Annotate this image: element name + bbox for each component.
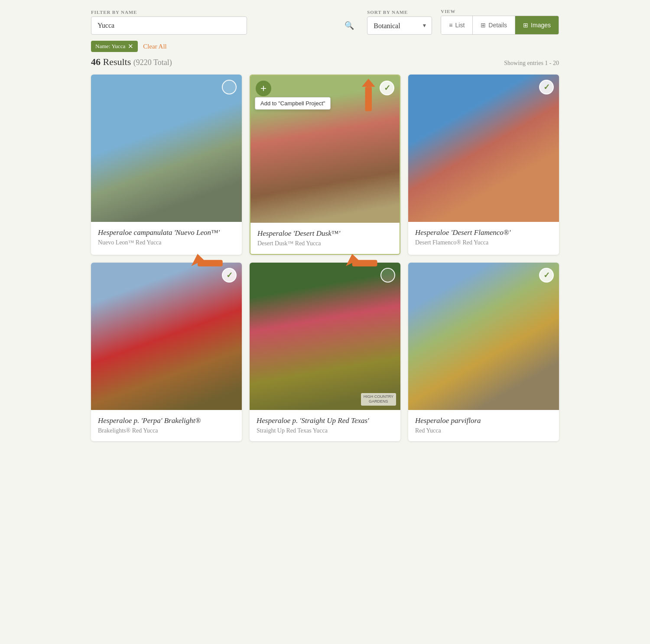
results-info-row: 46 Results (9220 Total) Showing entries … — [91, 56, 559, 68]
clear-all-button[interactable]: Clear All — [143, 43, 167, 50]
results-showing: Showing entries 1 - 20 — [504, 60, 559, 67]
plant-name-6: Hesperaloe parviflora — [415, 416, 552, 426]
plant-grid: Hesperaloe campanulata 'Nuevo Leon™' Nue… — [91, 75, 559, 441]
plant-select-toggle-1[interactable] — [222, 80, 237, 94]
view-list-button[interactable]: ≡ List — [441, 16, 473, 34]
add-to-project-button-2[interactable]: + — [256, 81, 271, 96]
view-buttons: ≡ List ⊞ Details ⊞ Images — [441, 16, 559, 35]
results-total: (9220 Total) — [133, 58, 172, 67]
plant-card-3: Hesperaloe 'Desert Flamenco®' Desert Fla… — [408, 75, 559, 255]
plant-image-placeholder-3 — [408, 75, 559, 222]
view-images-button[interactable]: ⊞ Images — [515, 16, 559, 34]
plant-card-image-4 — [91, 263, 242, 410]
plant-card-image-2: + Add to "Campbell Project" — [250, 75, 400, 223]
plant-name-1: Hesperaloe campanulata 'Nuevo Leon™' — [98, 228, 235, 237]
plant-card-image-1 — [91, 75, 242, 222]
filter-label: FILTER BY NAME — [91, 10, 358, 15]
plant-common-4: Brakelights® Red Yucca — [98, 427, 235, 434]
list-label: List — [455, 22, 465, 29]
sort-group: SORT BY NAME Botanical Common ▼ — [367, 10, 432, 35]
filter-tag-label: Name: Yucca — [95, 43, 125, 50]
filter-tag-remove-button[interactable]: ✕ — [128, 43, 133, 50]
plant-name-5: Hesperaloe p. 'Straight Up Red Texas' — [257, 416, 393, 426]
details-icon: ⊞ — [481, 22, 486, 29]
sort-select-wrap: Botanical Common ▼ — [367, 16, 432, 35]
plant-select-toggle-6[interactable] — [539, 268, 554, 283]
plant-common-5: Straight Up Red Texas Yucca — [257, 427, 393, 434]
plant-card-6: Hesperaloe parviflora Red Yucca — [408, 263, 559, 441]
plant-card-image-6 — [408, 263, 559, 410]
plant-card-4: Hesperaloe p. 'Perpa' Brakelight® Brakel… — [91, 263, 242, 441]
view-details-button[interactable]: ⊞ Details — [473, 16, 515, 34]
view-group: VIEW ≡ List ⊞ Details ⊞ Images — [441, 9, 559, 35]
plant-card-body-2: Hesperaloe 'Desert Dusk™' Desert Dusk™ R… — [250, 223, 400, 254]
plant-image-placeholder-1 — [91, 75, 242, 222]
plant-common-3: Desert Flamenco® Red Yucca — [415, 239, 552, 246]
images-label: Images — [531, 22, 551, 29]
search-button[interactable]: 🔍 — [344, 21, 354, 30]
plant-card-body-1: Hesperaloe campanulata 'Nuevo Leon™' Nue… — [91, 222, 242, 253]
filter-input-wrap: 🔍 — [91, 16, 358, 35]
sort-select[interactable]: Botanical Common — [367, 16, 432, 35]
plant-common-1: Nuevo Leon™ Red Yucca — [98, 239, 235, 246]
plant-card-body-3: Hesperaloe 'Desert Flamenco®' Desert Fla… — [408, 222, 559, 253]
details-label: Details — [488, 22, 507, 29]
list-icon: ≡ — [449, 22, 452, 29]
results-number: 46 — [91, 56, 101, 67]
plant-image-placeholder-6 — [408, 263, 559, 410]
sort-label: SORT BY NAME — [367, 10, 432, 15]
filter-tags-row: Name: Yucca ✕ Clear All — [91, 41, 559, 52]
plant-card-body-4: Hesperaloe p. 'Perpa' Brakelight® Brakel… — [91, 410, 242, 441]
plant-card-5: HIGH COUNTRYGARDENS Hesperaloe p. 'Strai… — [250, 263, 400, 441]
results-count: 46 Results (9220 Total) — [91, 56, 172, 68]
watermark-5: HIGH COUNTRYGARDENS — [361, 393, 396, 406]
plant-select-toggle-2[interactable] — [380, 81, 394, 95]
results-label: Results — [103, 56, 133, 67]
plant-image-placeholder-4 — [91, 263, 242, 410]
page-wrapper: FILTER BY NAME 🔍 SORT BY NAME Botanical … — [82, 0, 568, 450]
plant-name-4: Hesperaloe p. 'Perpa' Brakelight® — [98, 416, 235, 426]
plant-select-toggle-4[interactable] — [222, 268, 237, 283]
plant-select-toggle-3[interactable] — [539, 80, 554, 94]
plant-card-image-5: HIGH COUNTRYGARDENS — [250, 263, 400, 410]
plant-common-2: Desert Dusk™ Red Yucca — [257, 240, 393, 247]
plant-card-body-5: Hesperaloe p. 'Straight Up Red Texas' St… — [250, 410, 400, 441]
view-label: VIEW — [441, 9, 559, 14]
plant-common-6: Red Yucca — [415, 427, 552, 434]
images-icon: ⊞ — [523, 22, 528, 29]
filter-input[interactable] — [91, 16, 247, 35]
controls-bar: FILTER BY NAME 🔍 SORT BY NAME Botanical … — [91, 9, 559, 35]
add-project-tooltip: Add to "Campbell Project" — [255, 97, 331, 110]
plant-image-placeholder-5 — [250, 263, 400, 410]
plant-card-image-3 — [408, 75, 559, 222]
plant-select-toggle-5[interactable] — [380, 268, 395, 283]
plant-name-3: Hesperaloe 'Desert Flamenco®' — [415, 228, 552, 237]
filter-tag-yucca: Name: Yucca ✕ — [91, 41, 138, 52]
plant-card-body-6: Hesperaloe parviflora Red Yucca — [408, 410, 559, 441]
plant-card-2: + Add to "Campbell Project" Hesperaloe '… — [250, 75, 400, 255]
plant-name-2: Hesperaloe 'Desert Dusk™' — [257, 229, 393, 238]
plant-card: Hesperaloe campanulata 'Nuevo Leon™' Nue… — [91, 75, 242, 255]
filter-group: FILTER BY NAME 🔍 — [91, 10, 358, 35]
